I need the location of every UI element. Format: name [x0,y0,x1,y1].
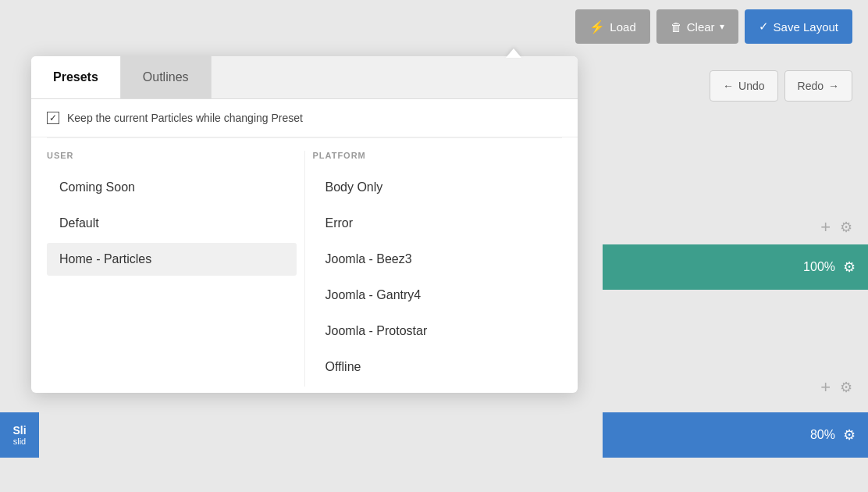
preset-joomla-gantry4[interactable]: Joomla - Gantry4 [313,279,563,312]
platform-column: PLATFORM Body Only Error Joomla - Beez3 … [313,151,563,387]
clear-label: Clear [687,20,715,34]
columns-container: USER Coming Soon Default Home - Particle… [31,138,578,393]
teal-bar: 100% ⚙ [603,244,868,290]
blue-bar-left: Sli slid [0,412,39,458]
tab-outlines[interactable]: Outlines [121,56,212,98]
check-mark: ✓ [49,112,57,123]
load-button[interactable]: ⚡ Load [575,9,649,44]
dropdown-panel: Presets Outlines ✓ Keep the current Part… [31,56,578,393]
preset-error[interactable]: Error [313,207,563,240]
keep-particles-checkbox[interactable]: ✓ [47,112,59,124]
preset-home-particles[interactable]: Home - Particles [47,243,297,276]
user-column-header: USER [47,151,297,160]
clear-button[interactable]: 🗑 Clear ▾ [656,9,738,44]
chevron-down-icon: ▾ [720,21,724,32]
preset-offline[interactable]: Offline [313,351,563,383]
preset-body-only[interactable]: Body Only [313,171,563,204]
checkbox-label: Keep the current Particles while changin… [67,112,303,124]
trash-icon: 🗑 [671,20,682,34]
row2-label: Sli [12,424,26,437]
blue-bar-gear-icon[interactable]: ⚙ [843,426,856,444]
platform-column-header: PLATFORM [313,151,563,160]
vertical-divider [304,151,305,387]
save-layout-button[interactable]: ✓ Save Layout [745,9,852,44]
blue-bar: 80% ⚙ [603,412,868,458]
row2-sublabel: slid [13,437,27,446]
check-icon: ✓ [759,20,769,34]
row1-add-icon[interactable]: + [820,217,831,237]
usb-icon: ⚡ [589,20,605,34]
user-column: USER Coming Soon Default Home - Particle… [47,151,297,387]
preset-joomla-beez3[interactable]: Joomla - Beez3 [313,243,563,276]
row2-controls: + ⚙ [820,377,852,398]
dropdown-caret [506,48,521,58]
row1-controls: + ⚙ [820,217,852,237]
checkbox-row: ✓ Keep the current Particles while chang… [31,99,578,137]
load-label: Load [610,20,635,34]
row2-gear-icon[interactable]: ⚙ [840,379,852,396]
save-layout-label: Save Layout [774,20,838,34]
row2-percent: 80% [810,428,835,442]
row1-percent: 100% [803,260,835,274]
row2-add-icon[interactable]: + [820,377,831,398]
row1-gear-icon[interactable]: ⚙ [840,219,852,236]
preset-coming-soon[interactable]: Coming Soon [47,171,297,204]
tab-presets[interactable]: Presets [31,56,121,98]
teal-bar-gear-icon[interactable]: ⚙ [843,258,856,276]
preset-default[interactable]: Default [47,207,297,240]
main-toolbar: ⚡ Load 🗑 Clear ▾ ✓ Save Layout [0,0,868,53]
tab-bar: Presets Outlines [31,56,578,99]
preset-joomla-protostar[interactable]: Joomla - Protostar [313,315,563,348]
